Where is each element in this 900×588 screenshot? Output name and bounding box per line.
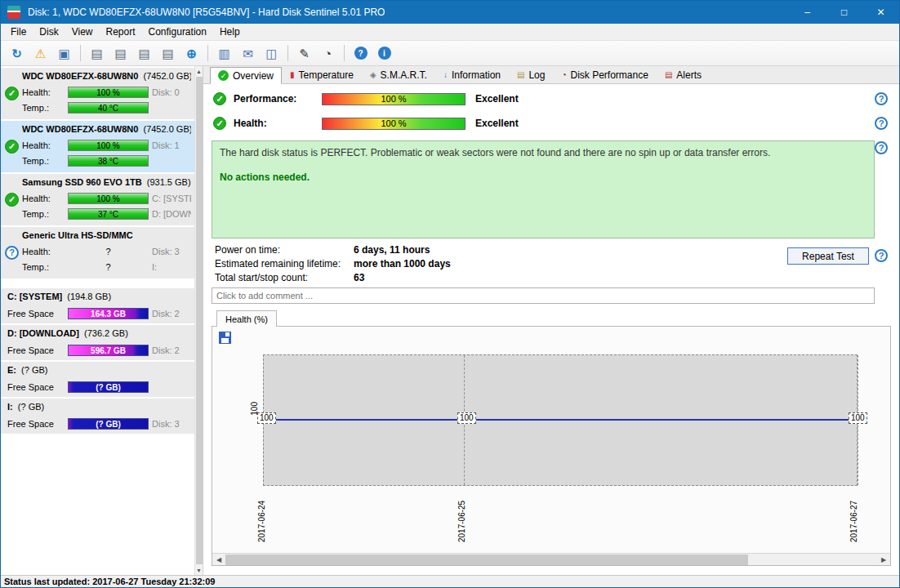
menu-help[interactable]: Help (213, 24, 247, 39)
tab-temperature[interactable]: ▮ Temperature (282, 66, 362, 83)
tab-disk-performance[interactable]: ◔ Disk Performance (553, 66, 656, 83)
disk-detail-grid: Health: 100 % Disk: 1 Temp.: 38 °C (22, 140, 191, 167)
info-icon: i (378, 47, 391, 60)
sidebar: ✓ WDC WD80EFZX-68UW8N0 (7452.0 GB) Healt… (1, 66, 203, 575)
maximize-button[interactable]: □ (826, 1, 862, 24)
disk-title: Samsung SSD 960 EVO 1TB (931.5 GB) Disk: (22, 177, 191, 190)
partition-title: I: (? GB) (7, 402, 191, 415)
free-space-value: 596.7 GB (91, 346, 126, 355)
health-value: 100 % (96, 141, 119, 150)
tab-information[interactable]: ↓ Information (435, 66, 509, 83)
health-row: ✓ Health: 100 % Excellent (213, 116, 519, 131)
tab-label: Temperature (299, 69, 354, 81)
help-icon: ? (354, 47, 368, 60)
warning-button[interactable]: ⚠ (29, 43, 51, 64)
sidebar-scrollbar[interactable]: ▲ ▼ (194, 66, 203, 575)
menu-configuration[interactable]: Configuration (142, 24, 213, 39)
sidebar-partition-item-3[interactable]: I: (? GB) Free Space (? GB) Disk: 3 (1, 399, 194, 434)
save-chart-icon[interactable] (219, 332, 231, 344)
sidebar-disk-item-3[interactable]: ? Generic Ultra HS-SD/MMC Health: ? Disk… (1, 227, 194, 278)
disk-name: Generic Ultra HS-SD/MMC (22, 230, 133, 240)
send-report-email-button[interactable]: ✉ (237, 43, 259, 64)
refresh-icon: ↻ (11, 47, 22, 60)
health-value: 100 % (96, 88, 119, 97)
titlebar: Disk: 1, WDC WD80EFZX-68UW8N0 [R5G54BNV]… (1, 1, 899, 24)
disk-number-label: Disk: 3 (152, 419, 191, 429)
disk-short-test-button[interactable]: ▤ (109, 43, 131, 64)
performance-row: ✓ Performance: 100 % Excellent (213, 91, 519, 106)
menu-bar: File Disk View Report Configuration Help (1, 24, 899, 41)
free-space-label: Free Space (7, 419, 65, 429)
status-help-icon[interactable]: ? (875, 141, 888, 154)
save-report-button[interactable]: ◫ (261, 43, 283, 64)
system-monitor-button[interactable]: ▣ (53, 43, 75, 64)
menu-report[interactable]: Report (99, 24, 141, 39)
save-report-icon: ◫ (265, 47, 277, 60)
disk-detail-grid: Health: ? Disk: 3 Temp.: ? I: (22, 246, 191, 273)
menu-file[interactable]: File (4, 24, 33, 39)
partition-title: D: [DOWNLOAD] (736.2 GB) (7, 328, 191, 341)
toolbar: ↻ ⚠ ▣ ▤ ▤ ▤ ▤ ⊕ ▥ ✉ ◫ ✎ ◔ ? i (1, 41, 899, 66)
menu-disk[interactable]: Disk (33, 24, 65, 39)
close-button[interactable]: ✕ (862, 1, 899, 24)
network-disks-button[interactable]: ⊕ (180, 43, 203, 64)
system-monitor-icon: ▣ (58, 47, 69, 60)
chart-scroll-thumb[interactable] (225, 555, 748, 565)
about-button[interactable]: i (373, 43, 395, 64)
temp-label: Temp.: (22, 103, 65, 113)
comment-input[interactable] (212, 287, 875, 304)
disk-size: (7452.0 GB) (143, 71, 191, 81)
scroll-down-icon[interactable]: ▼ (196, 565, 202, 575)
scroll-thumb[interactable] (196, 77, 203, 564)
sidebar-disk-item-1[interactable]: ✓ WDC WD80EFZX-68UW8N0 (7452.0 GB) Healt… (1, 121, 194, 172)
menu-view[interactable]: View (65, 24, 100, 39)
report-button[interactable]: ▥ (213, 43, 235, 64)
x-axis-label: 2017-06-24 (257, 490, 266, 542)
network-disks-icon: ⊕ (186, 47, 197, 60)
app-window: Disk: 1, WDC WD80EFZX-68UW8N0 [R5G54BNV]… (0, 0, 900, 588)
performance-help-icon[interactable]: ? (875, 92, 888, 105)
disk-performance-button[interactable]: ◔ (317, 43, 339, 64)
disk-surface-test-button[interactable]: ▤ (86, 43, 108, 64)
temp-value: 40 °C (98, 104, 118, 113)
repeat-test-button[interactable]: Repeat Test (787, 247, 869, 265)
sidebar-partition-item-2[interactable]: E: (? GB) Free Space (? GB) (1, 362, 194, 397)
repeat-test-help-icon[interactable]: ? (875, 249, 888, 262)
tab-strip: ✓ Overview ▮ Temperature ◈ S.M.A.R.T. ↓ … (203, 66, 899, 84)
window-controls: – □ ✕ (789, 1, 899, 24)
health-help-icon[interactable]: ? (875, 117, 888, 130)
scroll-left-icon[interactable]: ◀ (212, 556, 225, 564)
x-axis-label: 2017-06-25 (457, 490, 466, 542)
tab-log[interactable]: ▤ Log (509, 66, 553, 83)
sidebar-disk-item-0[interactable]: ✓ WDC WD80EFZX-68UW8N0 (7452.0 GB) Healt… (1, 68, 194, 119)
scroll-up-icon[interactable]: ▲ (196, 66, 202, 76)
disk-repair-button[interactable]: ▤ (157, 43, 179, 64)
tab-alerts[interactable]: ▤ Alerts (657, 66, 710, 83)
tab-label: Alerts (676, 69, 702, 81)
sidebar-disk-item-2[interactable]: ✓ Samsung SSD 960 EVO 1TB (931.5 GB) Dis… (1, 174, 194, 225)
health-bar: 100 % (68, 140, 149, 151)
disk-number-label: Disk: 0 (152, 87, 191, 97)
minimize-button[interactable]: – (789, 1, 826, 24)
refresh-button[interactable]: ↻ (6, 43, 28, 64)
partition-size: (? GB) (18, 402, 44, 412)
temp-label: Temp.: (22, 209, 65, 219)
health-ok-icon: ✓ (213, 117, 226, 130)
disk-extended-test-button[interactable]: ▤ (133, 43, 155, 64)
edit-comment-button[interactable]: ✎ (293, 43, 315, 64)
disk-size: (7452.0 GB) (143, 124, 191, 134)
scroll-right-icon[interactable]: ▶ (877, 556, 890, 564)
toolbar-separator (80, 45, 81, 61)
free-space-label: Free Space (7, 345, 65, 355)
content-area: ✓ WDC WD80EFZX-68UW8N0 (7452.0 GB) Healt… (1, 66, 899, 575)
chart-tab-health[interactable]: Health (%) (216, 310, 277, 327)
tab-overview[interactable]: ✓ Overview (210, 67, 282, 84)
help-button[interactable]: ? (350, 43, 372, 64)
status-text: The hard disk status is PERFECT. Problem… (220, 147, 867, 158)
chart-scrollbar[interactable]: ◀ ▶ (212, 553, 890, 565)
partition-ref-label: C: [SYSTEM], (152, 194, 191, 203)
sidebar-partition-item-1[interactable]: D: [DOWNLOAD] (736.2 GB) Free Space 596.… (1, 325, 194, 360)
sidebar-partition-item-0[interactable]: C: [SYSTEM] (194.8 GB) Free Space 164.3 … (1, 288, 194, 323)
tab-smart[interactable]: ◈ S.M.A.R.T. (362, 66, 435, 83)
health-rating: Excellent (475, 118, 519, 129)
